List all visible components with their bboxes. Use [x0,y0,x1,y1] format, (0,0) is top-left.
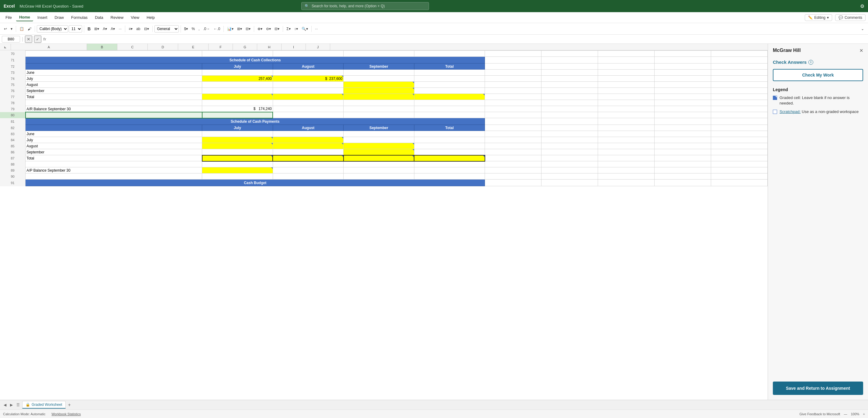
cell-b90[interactable] [202,173,273,179]
cell-g91[interactable] [541,179,598,186]
row-num-77[interactable]: 77 [0,94,26,100]
menu-item-help[interactable]: Help [144,14,158,21]
cell-h73[interactable] [598,70,655,76]
cell-i80[interactable] [654,112,711,118]
cell-i77[interactable] [654,94,711,100]
cell-91-header[interactable]: Cash Budget [26,179,485,186]
cell-b89[interactable] [202,167,273,173]
row-num-89[interactable]: 89 [0,167,26,173]
font-name-select[interactable]: Calibri (Body) [37,25,68,33]
cell-e90[interactable] [414,173,485,179]
cell-b72[interactable]: July [202,64,273,70]
row-num-88[interactable]: 88 [0,161,26,167]
row-num-79[interactable]: 79 [0,106,26,112]
cell-j80[interactable] [711,112,767,118]
col-header-d[interactable]: D [148,44,178,50]
menu-item-review[interactable]: Review [107,14,127,21]
font-size-select[interactable]: 11 [69,25,82,33]
cell-b73[interactable] [202,70,273,76]
cell-e75[interactable] [414,82,485,88]
cell-e79[interactable] [414,106,485,112]
cell-c75[interactable] [273,82,343,88]
cell-i74[interactable] [654,76,711,82]
cell-e85[interactable] [414,143,485,149]
cell-d77[interactable] [344,94,414,100]
cell-b77[interactable] [202,94,273,100]
cell-g86[interactable] [541,149,598,155]
cell-c70[interactable] [273,51,343,57]
zoom-plus-button[interactable]: + [863,412,865,416]
cell-g84[interactable] [541,137,598,143]
menu-item-home[interactable]: Home [16,14,33,21]
cell-d87[interactable] [344,155,414,161]
cell-g81[interactable] [541,118,598,125]
cell-e86[interactable] [414,149,485,155]
cell-styles-button[interactable]: ⊟▾ [244,26,252,32]
tab-nav-prev[interactable]: ◀ [2,402,8,408]
cell-b86[interactable] [202,149,273,155]
cell-f91[interactable] [485,179,541,186]
cell-d79[interactable] [344,106,414,112]
cell-b75[interactable] [202,82,273,88]
cell-a84[interactable]: July [26,137,202,143]
row-num-70[interactable]: 70 [0,51,26,57]
cell-h91[interactable] [598,179,655,186]
font-color-button[interactable]: A▾ [109,26,117,32]
row-num-82[interactable]: 82 [0,125,26,131]
borders-button[interactable]: ⊞▾ [93,26,101,32]
cell-g82[interactable] [541,125,598,131]
cell-g78[interactable] [541,100,598,106]
cell-j87[interactable] [711,155,767,161]
select-all-triangle[interactable]: ◣ [4,45,6,48]
zoom-minus-button[interactable]: — [844,412,847,416]
menu-item-view[interactable]: View [128,14,142,21]
row-num-91[interactable]: 91 [0,179,26,186]
autosum-button[interactable]: Σ▾ [285,26,292,32]
cell-e70[interactable] [414,51,485,57]
clipboard-button[interactable]: 📋 [18,26,26,32]
cell-d78[interactable] [344,100,414,106]
more-button[interactable]: ··· [313,26,319,32]
cell-d72[interactable]: September [344,64,414,70]
cell-a70[interactable] [26,51,202,57]
cell-j90[interactable] [711,173,767,179]
fill-color-button[interactable]: A▾ [101,26,108,32]
cell-f90[interactable] [485,173,541,179]
cell-b87[interactable] [202,155,273,161]
col-header-b[interactable]: B [87,44,117,50]
panel-close-button[interactable]: × [860,47,863,54]
cell-j82[interactable] [711,125,767,131]
cell-reference-input[interactable] [2,36,20,42]
cell-f88[interactable] [485,161,541,167]
cell-e73[interactable] [414,70,485,76]
cell-d74[interactable] [344,76,414,82]
cell-d88[interactable] [344,161,414,167]
cell-i84[interactable] [654,137,711,143]
expand-button[interactable]: ⌄ [860,26,866,32]
tab-nav-next[interactable]: ▶ [9,402,14,408]
cell-f80[interactable] [485,112,541,118]
cell-j76[interactable] [711,88,767,94]
row-num-78[interactable]: 78 [0,100,26,106]
add-sheet-button[interactable]: + [67,402,72,408]
cell-i79[interactable] [654,106,711,112]
cell-a86[interactable]: September [26,149,202,155]
cell-h70[interactable] [598,51,655,57]
insert-cells-button[interactable]: ⊕▾ [256,26,264,32]
cell-e74[interactable] [414,76,485,82]
formula-input[interactable] [49,36,866,42]
cell-d90[interactable] [344,173,414,179]
wrap-button[interactable]: ab [135,26,142,32]
row-num-85[interactable]: 85 [0,143,26,149]
cell-f70[interactable] [485,51,541,57]
search-bar[interactable]: 🔍 Search for tools, help, and more (Opti… [301,2,429,10]
cell-g74[interactable] [541,76,598,82]
cell-c79[interactable] [273,106,343,112]
cell-d73[interactable] [344,70,414,76]
row-num-90[interactable]: 90 [0,173,26,179]
cell-g77[interactable] [541,94,598,100]
row-num-87[interactable]: 87 [0,155,26,161]
grid-container[interactable]: 70 71 Schedule of Cash Collections [0,50,768,400]
cell-e88[interactable] [414,161,485,167]
cell-g90[interactable] [541,173,598,179]
